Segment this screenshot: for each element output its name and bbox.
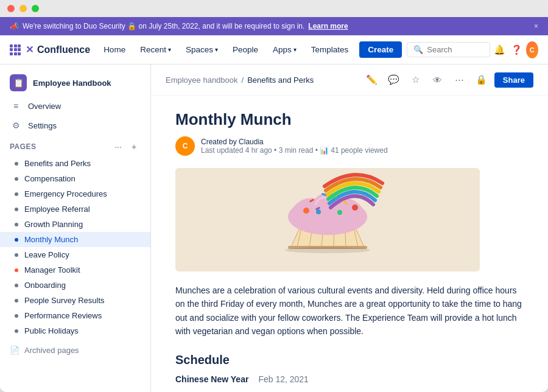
content-area: Employee handbook / Benefits and Perks ✏… — [151, 65, 548, 392]
schedule-event-row: Chinese New Year Feb 12, 2021 — [175, 374, 524, 384]
article-body: Munches are a celebration of various cul… — [175, 284, 524, 338]
confluence-logo[interactable]: ✕ Confluence — [26, 44, 90, 55]
page-dot — [15, 223, 18, 226]
page-label: Employee Referral — [24, 205, 90, 214]
article-meta: C Created by Claudia Last updated 4 hr a… — [175, 136, 524, 156]
page-item-compensation[interactable]: Compensation — [0, 171, 150, 186]
sidebar-item-label: Overview — [28, 102, 61, 111]
page-label: People Survey Results — [24, 296, 105, 305]
page-item-benefits[interactable]: Benefits and Perks — [0, 156, 150, 171]
nav-templates[interactable]: Templates — [305, 41, 355, 58]
breadcrumb-separator: / — [242, 75, 244, 85]
page-dot — [15, 208, 18, 211]
sidebar: 📋 Employee Handbook ≡ Overview ⚙ Setting… — [0, 65, 151, 392]
app-window: 📣 We're switching to Duo Security 🔒 on J… — [0, 0, 548, 392]
minimize-window-button[interactable] — [19, 5, 27, 12]
banner-close-button[interactable]: × — [534, 22, 538, 30]
breadcrumb: Employee handbook / Benefits and Perks — [166, 75, 314, 85]
page-item-growth[interactable]: Growth Planning — [0, 217, 150, 232]
svg-point-13 — [303, 208, 309, 214]
article-title: Monthly Munch — [175, 110, 524, 129]
sidebar-item-overview[interactable]: ≡ Overview — [0, 96, 150, 116]
nav-recent[interactable]: Recent ▾ — [134, 41, 177, 58]
page-dot — [15, 299, 18, 303]
settings-icon: ⚙ — [10, 119, 22, 131]
comment-button[interactable]: 💬 — [385, 71, 403, 89]
schedule-heading: Schedule — [175, 353, 524, 367]
search-input[interactable] — [427, 45, 483, 54]
page-item-emergency[interactable]: Emergency Procedures — [0, 186, 150, 201]
page-item-manager[interactable]: Manager Toolkit — [0, 262, 150, 278]
page-item-performance[interactable]: Performance Reviews — [0, 308, 150, 323]
page-label: Public Holidays — [24, 326, 79, 335]
banner-icon: 📣 — [10, 22, 19, 30]
page-label: Leave Policy — [24, 250, 69, 259]
page-item-leave[interactable]: Leave Policy — [0, 247, 150, 262]
main-layout: 📋 Employee Handbook ≡ Overview ⚙ Setting… — [0, 65, 548, 392]
nav-apps[interactable]: Apps ▾ — [267, 41, 303, 58]
page-dot — [15, 329, 18, 333]
nav-people[interactable]: People — [227, 41, 264, 58]
meta-author: Created by Claudia — [201, 138, 388, 146]
user-avatar[interactable]: C — [526, 41, 538, 58]
edit-button[interactable]: ✏️ — [363, 71, 381, 89]
notifications-button[interactable]: 🔔 — [493, 40, 507, 60]
page-item-survey[interactable]: People Survey Results — [0, 293, 150, 308]
author-avatar: C — [175, 136, 195, 156]
maximize-window-button[interactable] — [32, 5, 39, 12]
schedule-event-body: Crispy Stuffed Lotus Root with Pork, Egg… — [175, 389, 524, 392]
watch-button[interactable]: 👁 — [429, 71, 447, 89]
create-button[interactable]: Create — [359, 41, 402, 58]
archived-pages-link[interactable]: 📄 Archived pages — [0, 341, 150, 360]
pages-more-button[interactable]: ··· — [111, 140, 125, 153]
help-button[interactable]: ❓ — [509, 40, 523, 60]
chevron-down-icon: ▾ — [215, 46, 218, 53]
meta-info: Created by Claudia Last updated 4 hr ago… — [201, 138, 388, 155]
more-button[interactable]: ⋯ — [451, 71, 469, 89]
star-button[interactable]: ☆ — [407, 71, 425, 89]
nav-home[interactable]: Home — [97, 41, 132, 58]
pages-actions: ··· + — [111, 140, 141, 153]
page-item-referral[interactable]: Employee Referral — [0, 201, 150, 217]
banner-learn-more-link[interactable]: Learn more — [308, 22, 348, 30]
content-toolbar: Employee handbook / Benefits and Perks ✏… — [151, 65, 548, 96]
top-navigation: ✕ Confluence Home Recent ▾ Spaces ▾ Peop… — [0, 35, 548, 65]
svg-point-15 — [352, 205, 358, 211]
archived-icon: 📄 — [10, 346, 19, 355]
page-label: Onboarding — [24, 281, 66, 290]
share-button[interactable]: Share — [494, 72, 533, 88]
space-title: Employee Handbook — [33, 79, 111, 88]
search-box[interactable]: 🔍 — [407, 42, 490, 57]
close-window-button[interactable] — [7, 5, 15, 12]
nav-spaces[interactable]: Spaces ▾ — [180, 41, 224, 58]
announcement-banner: 📣 We're switching to Duo Security 🔒 on J… — [0, 17, 548, 35]
page-label: Compensation — [24, 174, 76, 183]
chevron-down-icon: ▾ — [168, 46, 171, 53]
logo-icon: ✕ — [26, 44, 33, 55]
restrict-button[interactable]: 🔒 — [472, 71, 491, 89]
space-icon: 📋 — [10, 74, 27, 91]
overview-icon: ≡ — [10, 100, 22, 112]
add-page-button[interactable]: + — [127, 140, 141, 153]
page-item-holidays[interactable]: Public Holidays — [0, 323, 150, 338]
meta-details: Last updated 4 hr ago • 3 min read • 📊 4… — [201, 146, 388, 155]
pages-list: Benefits and Perks Compensation Emergenc… — [0, 156, 150, 338]
chevron-down-icon: ▾ — [293, 46, 297, 53]
svg-point-16 — [337, 210, 342, 215]
sidebar-item-settings[interactable]: ⚙ Settings — [0, 116, 150, 135]
schedule-event-date: Feb 12, 2021 — [258, 374, 309, 384]
logo-text: Confluence — [37, 44, 90, 55]
pages-label: Pages — [10, 142, 37, 151]
svg-point-18 — [285, 247, 370, 253]
page-dot — [15, 177, 18, 181]
page-label: Monthly Munch — [24, 235, 78, 244]
page-item-monthly-munch[interactable]: Monthly Munch — [0, 232, 150, 247]
page-label: Benefits and Perks — [24, 159, 91, 168]
app-switcher-icon[interactable] — [10, 44, 21, 55]
page-label: Emergency Procedures — [24, 189, 107, 198]
article-content: Monthly Munch C Created by Claudia Last … — [151, 96, 548, 392]
breadcrumb-parent[interactable]: Employee handbook — [166, 75, 238, 85]
page-dot — [15, 284, 18, 287]
sidebar-header: 📋 Employee Handbook — [0, 65, 150, 96]
page-item-onboarding[interactable]: Onboarding — [0, 278, 150, 293]
